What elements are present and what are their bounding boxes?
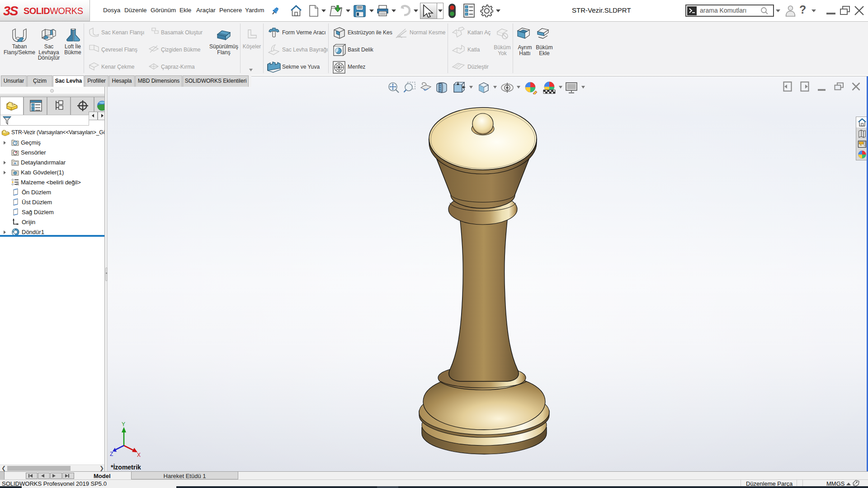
svg-text:Y: Y (122, 421, 125, 427)
svg-text:Z: Z (110, 451, 113, 457)
svg-text:*İzometrik: *İzometrik (111, 464, 141, 471)
svg-text:3S: 3S (3, 4, 19, 18)
svg-text:X: X (137, 452, 141, 458)
svg-text:SOLIDWORKS: SOLIDWORKS (24, 6, 83, 16)
svg-text:A: A (14, 162, 16, 165)
